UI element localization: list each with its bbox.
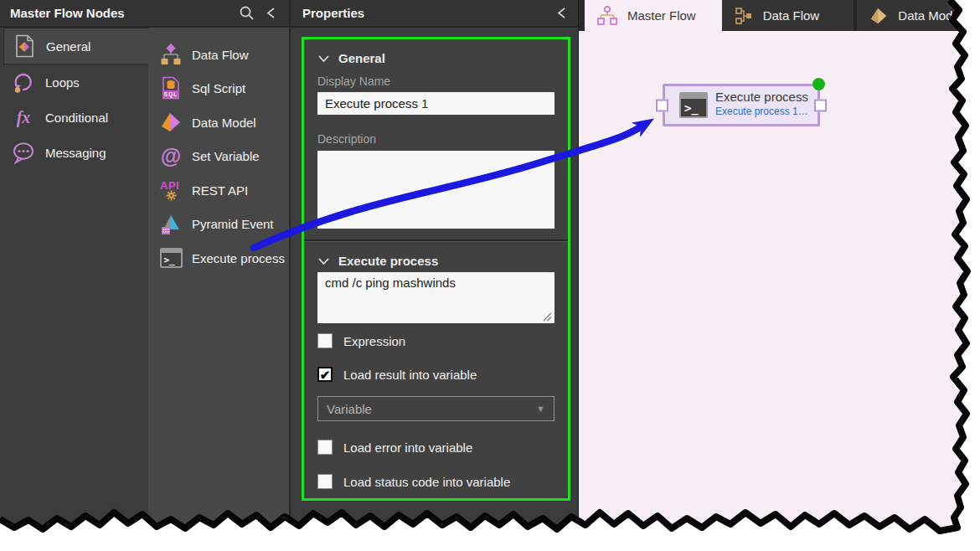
highlight-green-box: General Display Name Description Execute… (302, 37, 570, 501)
execute-process-node-icon: >_ (679, 92, 708, 118)
properties-title: Properties (302, 6, 557, 20)
tab-label: Data Flow (763, 8, 820, 23)
node-label: Sql Script (192, 81, 245, 95)
category-label: Loops (45, 75, 80, 90)
expression-checkbox-row[interactable]: Expression (317, 333, 405, 348)
variable-dropdown-value: Variable (327, 402, 536, 416)
nodes-panel-title: Master Flow Nodes (10, 6, 239, 20)
load-error-checkbox-row[interactable]: Load error into variable (317, 440, 472, 455)
description-textarea[interactable] (317, 151, 554, 229)
tab-label: Master Flow (627, 8, 696, 23)
description-label: Description (317, 132, 376, 146)
tab-data-model[interactable]: Data Mod (857, 0, 980, 31)
collapse-properties-icon[interactable] (557, 7, 566, 19)
tab-data-flow[interactable]: Data Flow (722, 0, 854, 31)
app-window: Master Flow Nodes General Loops fx Condi… (0, 0, 980, 551)
display-name-label: Display Name (317, 75, 390, 88)
tab-label: Data Mod (898, 8, 952, 23)
search-icon[interactable] (239, 5, 255, 21)
set-variable-icon: @ (159, 144, 183, 167)
node-label: Data Model (192, 116, 256, 130)
properties-panel: Properties General Display Name Descript… (289, 0, 578, 551)
loops-icon (12, 70, 35, 94)
properties-header: Properties (291, 0, 578, 28)
section-divider (304, 239, 568, 242)
section-title: General (338, 51, 385, 65)
node-label: Pyramid Event (192, 217, 274, 231)
master-flow-icon (596, 5, 618, 26)
canvas-tabbar: Master Flow Data Flow Data Mod (579, 0, 980, 31)
node-title: Execute process (715, 90, 808, 104)
svg-text:SQL: SQL (164, 91, 178, 98)
checkbox-label: Expression (343, 334, 405, 348)
section-header-general[interactable]: General (317, 51, 385, 65)
load-status-checkbox[interactable] (317, 474, 333, 489)
node-item-execute-process[interactable]: >_ Execute process (148, 241, 289, 275)
category-label: General (46, 39, 90, 54)
display-name-input[interactable] (317, 92, 554, 115)
conditional-icon: fx (12, 106, 35, 129)
node-list-panel: Data Flow SQL Sql Script Data Model @ Se… (148, 28, 289, 551)
checkmark-icon: ✔ (320, 368, 331, 381)
load-result-checkbox-row[interactable]: ✔ Load result into variable (317, 367, 477, 382)
node-input-port[interactable] (656, 99, 668, 111)
data-model-icon (159, 111, 183, 134)
sql-script-icon: SQL (159, 76, 183, 100)
data-flow-icon (159, 43, 183, 66)
data-model-tab-icon (869, 6, 889, 26)
checkbox-label: Load status code into variable (343, 475, 510, 489)
nodes-panel-header: Master Flow Nodes (0, 0, 289, 28)
pyramid-event-icon (159, 212, 183, 235)
node-output-port[interactable] (814, 99, 827, 111)
dropdown-caret-icon: ▼ (536, 404, 545, 414)
node-label: Execute process (192, 251, 285, 265)
load-error-checkbox[interactable] (317, 440, 333, 455)
category-item-general[interactable]: General (3, 28, 148, 64)
checkbox-label: Load error into variable (343, 440, 472, 455)
resize-grip-icon[interactable] (543, 312, 552, 322)
node-status-dot (812, 78, 825, 90)
flow-canvas[interactable]: Master Flow Data Flow Data Mod >_ Execut… (578, 0, 980, 551)
section-header-execute-process[interactable]: Execute process (317, 254, 438, 268)
expression-checkbox[interactable] (317, 333, 333, 348)
category-item-messaging[interactable]: Messaging (0, 135, 148, 170)
category-item-conditional[interactable]: fx Conditional (0, 100, 148, 135)
category-panel: General Loops fx Conditional Messaging (0, 28, 148, 551)
command-textarea[interactable]: cmd /c ping mashwinds (317, 272, 554, 323)
category-label: Messaging (45, 146, 106, 160)
rest-api-icon: API (159, 178, 183, 202)
node-item-sql-script[interactable]: SQL Sql Script (148, 71, 289, 105)
tab-master-flow[interactable]: Master Flow (585, 0, 722, 31)
execute-process-icon: >_ (159, 246, 183, 270)
execute-process-node[interactable]: >_ Execute process Execute process 1… (663, 84, 820, 126)
tabbar-corner (579, 0, 585, 31)
node-label: Data Flow (192, 48, 249, 62)
chevron-down-icon (317, 54, 330, 63)
node-item-pyramid-event[interactable]: Pyramid Event (148, 207, 289, 240)
checkbox-label: Load result into variable (343, 368, 477, 382)
section-title: Execute process (338, 254, 438, 268)
node-label: REST API (192, 183, 248, 198)
category-item-loops[interactable]: Loops (0, 64, 148, 100)
variable-dropdown[interactable]: Variable ▼ (317, 396, 554, 421)
messaging-icon (12, 141, 35, 164)
node-item-data-flow[interactable]: Data Flow (148, 38, 289, 71)
load-result-checkbox[interactable]: ✔ (317, 367, 333, 382)
collapse-panel-icon[interactable] (266, 7, 276, 19)
node-item-rest-api[interactable]: API REST API (148, 173, 289, 207)
category-label: Conditional (45, 111, 108, 125)
node-subtitle: Execute process 1… (715, 106, 808, 117)
data-flow-tab-icon (734, 6, 754, 26)
node-label: Set Variable (192, 149, 260, 163)
load-status-checkbox-row[interactable]: Load status code into variable (317, 474, 510, 489)
node-item-set-variable[interactable]: @ Set Variable (148, 139, 289, 173)
node-item-data-model[interactable]: Data Model (148, 106, 289, 139)
general-icon (13, 34, 36, 58)
chevron-down-icon (317, 257, 330, 265)
